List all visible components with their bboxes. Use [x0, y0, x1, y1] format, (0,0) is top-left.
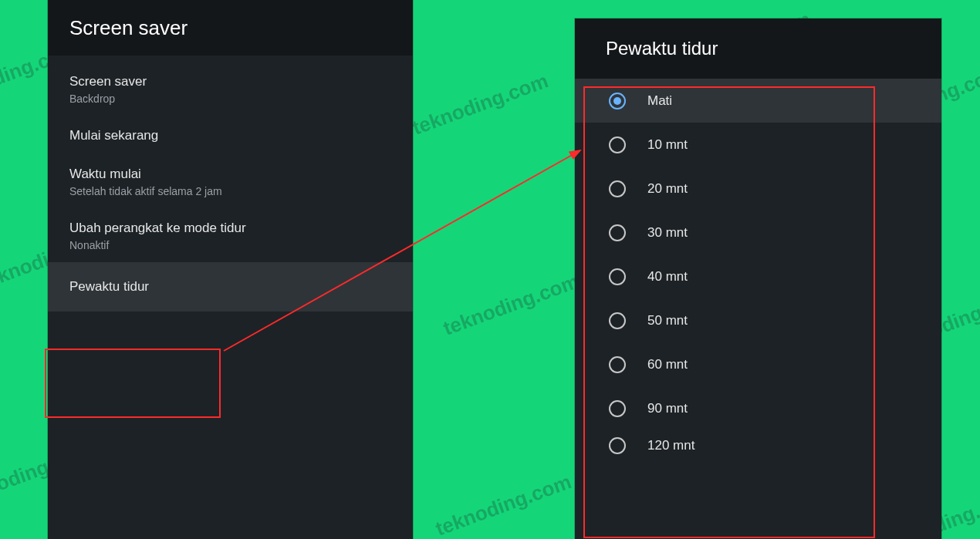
- setting-title: Ubah perangkat ke mode tidur: [69, 221, 391, 236]
- setting-subtitle: Setelah tidak aktif selama 2 jam: [69, 185, 391, 197]
- radio-icon: [609, 437, 626, 454]
- watermark-text: teknoding.com: [432, 470, 574, 539]
- screen-saver-settings-panel: Screen saver Screen saver Backdrop Mulai…: [48, 0, 413, 539]
- setting-start-now[interactable]: Mulai sekarang: [48, 116, 413, 154]
- option-label: Mati: [647, 93, 672, 109]
- pewaktu-tidur-panel: Pewaktu tidur Mati 10 mnt 20 mnt 30 mnt …: [575, 19, 941, 539]
- setting-title: Mulai sekarang: [69, 128, 391, 143]
- option-40-mnt[interactable]: 40 mnt: [575, 254, 941, 298]
- option-label: 10 mnt: [647, 137, 688, 153]
- option-label: 50 mnt: [647, 313, 688, 328]
- option-30-mnt[interactable]: 30 mnt: [575, 211, 941, 254]
- radio-icon: [609, 400, 626, 417]
- setting-waktu-mulai[interactable]: Waktu mulai Setelah tidak aktif selama 2…: [48, 154, 413, 208]
- panel-title-text: Screen saver: [69, 16, 188, 40]
- radio-icon: [609, 224, 626, 241]
- option-mati[interactable]: Mati: [575, 79, 941, 123]
- option-10-mnt[interactable]: 10 mnt: [575, 123, 941, 167]
- option-60-mnt[interactable]: 60 mnt: [575, 342, 941, 386]
- setting-title: Pewaktu tidur: [69, 279, 391, 295]
- watermark-text: teknoding.com: [409, 69, 551, 140]
- panel-title: Screen saver: [48, 0, 413, 56]
- option-label: 90 mnt: [647, 401, 688, 416]
- radio-icon: [609, 312, 626, 329]
- panel-title: Pewaktu tidur: [575, 19, 941, 79]
- option-label: 40 mnt: [647, 269, 688, 285]
- setting-title: Screen saver: [69, 74, 391, 89]
- setting-screen-saver[interactable]: Screen saver Backdrop: [48, 56, 413, 116]
- setting-subtitle: Nonaktif: [69, 239, 391, 251]
- radio-icon: [609, 93, 626, 109]
- setting-title: Waktu mulai: [69, 167, 391, 182]
- option-50-mnt[interactable]: 50 mnt: [575, 298, 941, 342]
- setting-subtitle: Backdrop: [69, 93, 391, 105]
- panel-title-text: Pewaktu tidur: [606, 38, 718, 59]
- option-20-mnt[interactable]: 20 mnt: [575, 167, 941, 211]
- setting-sleep-mode[interactable]: Ubah perangkat ke mode tidur Nonaktif: [48, 208, 413, 262]
- radio-icon: [609, 268, 626, 285]
- radio-icon: [609, 180, 626, 197]
- setting-pewaktu-tidur[interactable]: Pewaktu tidur: [48, 262, 413, 312]
- radio-icon: [609, 136, 626, 153]
- radio-icon: [609, 356, 626, 373]
- option-label: 60 mnt: [647, 357, 688, 372]
- option-90-mnt[interactable]: 90 mnt: [575, 386, 941, 430]
- option-label: 30 mnt: [647, 225, 688, 241]
- option-label: 20 mnt: [647, 181, 688, 197]
- option-label: 120 mnt: [647, 438, 694, 453]
- watermark-text: teknoding.com: [440, 269, 582, 340]
- option-120-mnt[interactable]: 120 mnt: [575, 430, 941, 461]
